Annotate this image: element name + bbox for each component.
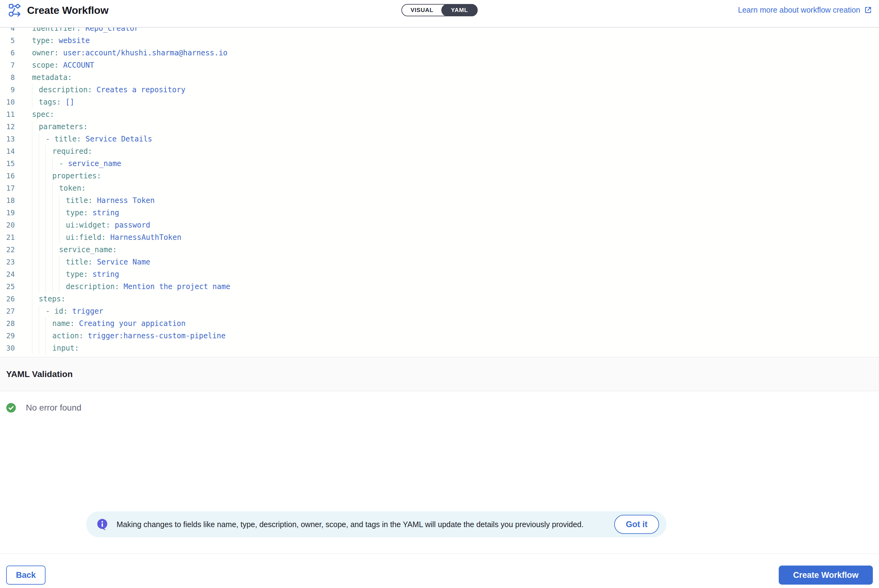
yaml-line-24[interactable]: 24type: string — [0, 268, 879, 280]
yaml-value: [] — [66, 98, 74, 106]
learn-more-link[interactable]: Learn more about workflow creation — [738, 6, 872, 15]
yaml-line-22[interactable]: 22service_name: — [0, 244, 879, 256]
check-circle-icon — [6, 403, 16, 413]
got-it-button[interactable]: Got it — [614, 515, 659, 534]
indent-guide — [45, 207, 52, 219]
yaml-line-8[interactable]: 8metadata: — [0, 71, 879, 84]
yaml-line-19[interactable]: 19type: string — [0, 207, 879, 219]
yaml-line-12[interactable]: 12parameters: — [0, 120, 879, 133]
line-number: 12 — [0, 120, 15, 133]
indent-guide — [32, 145, 39, 158]
yaml-value: Mention the project name — [124, 282, 230, 291]
indent-guide — [59, 194, 66, 207]
yaml-key: input: — [52, 344, 79, 352]
info-banner: Making changes to fields like name, type… — [86, 512, 666, 537]
yaml-line-15[interactable]: 15- service_name — [0, 158, 879, 170]
info-bubble-icon — [96, 518, 109, 531]
yaml-line-30[interactable]: 30input: — [0, 342, 879, 354]
line-number: 15 — [0, 158, 15, 170]
yaml-line-25[interactable]: 25description: Mention the project name — [0, 280, 879, 293]
yaml-line-6[interactable]: 6owner: user:account/khushi.sharma@harne… — [0, 47, 879, 59]
yaml-line-29[interactable]: 29action: trigger:harness-custom-pipelin… — [0, 330, 879, 342]
yaml-validation-body: No error found — [0, 392, 879, 512]
yaml-key: owner: — [32, 49, 63, 57]
line-number: 26 — [0, 293, 15, 305]
yaml-line-16[interactable]: 16properties: — [0, 170, 879, 182]
indent-guide — [32, 194, 39, 207]
indent-guide — [45, 158, 52, 170]
code-line: input: — [32, 342, 79, 354]
validation-status-row: No error found — [6, 403, 81, 413]
indent-guide — [32, 342, 39, 354]
page-title: Create Workflow — [27, 4, 109, 16]
indent-guide — [39, 158, 45, 170]
indent-guide — [39, 268, 45, 280]
yaml-line-26[interactable]: 26steps: — [0, 293, 879, 305]
yaml-line-5[interactable]: 5type: website — [0, 34, 879, 47]
code-line: token: — [32, 182, 86, 194]
external-link-icon — [864, 6, 872, 14]
yaml-line-10[interactable]: 10tags: [] — [0, 96, 879, 108]
yaml-line-18[interactable]: 18title: Harness Token — [0, 194, 879, 207]
yaml-value: HarnessAuthToken — [110, 233, 182, 242]
code-line: properties: — [32, 170, 101, 182]
indent-guide — [32, 268, 39, 280]
tab-visual[interactable]: VISUAL — [402, 7, 442, 14]
indent-guide — [32, 330, 39, 342]
visual-yaml-toggle: VISUAL YAML — [401, 4, 478, 16]
yaml-editor-lines: 4identifier: Repo_creator5type: website6… — [0, 27, 879, 354]
indent-guide — [32, 158, 39, 170]
line-number: 17 — [0, 182, 15, 194]
line-number: 21 — [0, 231, 15, 244]
yaml-value: Harness Token — [97, 196, 155, 205]
line-number: 29 — [0, 330, 15, 342]
line-number: 22 — [0, 244, 15, 256]
yaml-line-27[interactable]: 27- id: trigger — [0, 305, 879, 317]
indent-guide — [45, 170, 52, 182]
yaml-editor[interactable]: 4identifier: Repo_creator5type: website6… — [0, 27, 879, 357]
yaml-key: title: — [66, 196, 97, 205]
code-line: - title: Service Details — [32, 133, 152, 145]
create-workflow-button[interactable]: Create Workflow — [779, 566, 873, 585]
indent-guide — [39, 194, 45, 207]
yaml-value: ACCOUNT — [63, 61, 94, 69]
indent-guide — [32, 280, 39, 293]
indent-guide — [32, 231, 39, 244]
line-number: 20 — [0, 219, 15, 231]
yaml-value: Creating your appication — [79, 319, 186, 328]
yaml-line-7[interactable]: 7scope: ACCOUNT — [0, 59, 879, 71]
indent-guide — [45, 145, 52, 158]
yaml-line-14[interactable]: 14required: — [0, 145, 879, 158]
yaml-key: name: — [52, 319, 79, 328]
yaml-line-23[interactable]: 23title: Service Name — [0, 256, 879, 268]
yaml-value: trigger:harness-custom-pipeline — [88, 332, 226, 340]
indent-guide — [52, 194, 59, 207]
line-number: 27 — [0, 305, 15, 317]
yaml-line-11[interactable]: 11spec: — [0, 108, 879, 120]
yaml-line-20[interactable]: 20ui:widget: password — [0, 219, 879, 231]
line-number: 18 — [0, 194, 15, 207]
code-line: action: trigger:harness-custom-pipeline — [32, 330, 226, 342]
indent-guide — [52, 219, 59, 231]
yaml-line-21[interactable]: 21ui:field: HarnessAuthToken — [0, 231, 879, 244]
back-button[interactable]: Back — [6, 566, 45, 585]
workflow-icon — [8, 3, 22, 17]
yaml-key: ui:field: — [66, 233, 110, 242]
indent-guide — [52, 268, 59, 280]
line-number: 7 — [0, 59, 15, 71]
indent-guide — [52, 207, 59, 219]
indent-guide — [52, 158, 59, 170]
indent-guide — [59, 231, 66, 244]
indent-guide — [32, 219, 39, 231]
line-number: 4 — [0, 27, 15, 34]
yaml-key: description: — [66, 282, 124, 291]
code-line: required: — [32, 145, 92, 158]
tab-yaml[interactable]: YAML — [441, 4, 478, 16]
yaml-line-13[interactable]: 13- title: Service Details — [0, 133, 879, 145]
yaml-line-4[interactable]: 4identifier: Repo_creator — [0, 27, 879, 34]
indent-guide — [32, 207, 39, 219]
yaml-line-28[interactable]: 28name: Creating your appication — [0, 317, 879, 330]
yaml-line-17[interactable]: 17token: — [0, 182, 879, 194]
yaml-value: password — [115, 221, 150, 230]
yaml-line-9[interactable]: 9description: Creates a repository — [0, 84, 879, 96]
